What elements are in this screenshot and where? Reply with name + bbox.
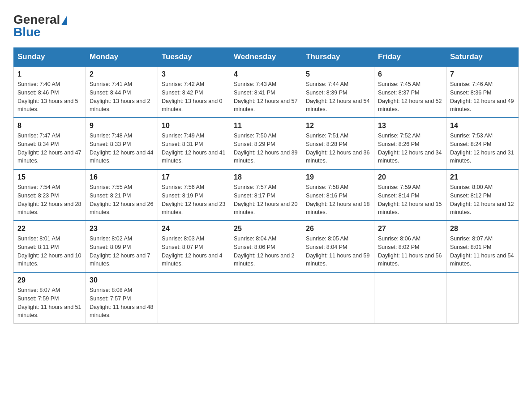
week-row-3: 15 Sunrise: 7:54 AMSunset: 8:23 PMDaylig… [14, 169, 519, 221]
day-info: Sunrise: 7:55 AMSunset: 8:21 PMDaylight:… [90, 184, 153, 215]
day-info: Sunrise: 7:48 AMSunset: 8:33 PMDaylight:… [90, 133, 153, 164]
day-number: 20 [378, 173, 442, 181]
day-info: Sunrise: 7:42 AMSunset: 8:42 PMDaylight:… [162, 81, 223, 112]
day-number: 9 [90, 122, 154, 130]
day-number: 27 [378, 225, 442, 233]
calendar-cell: 25 Sunrise: 8:04 AMSunset: 8:06 PMDaylig… [230, 221, 302, 272]
day-number: 14 [450, 122, 515, 130]
calendar-cell: 30 Sunrise: 8:08 AMSunset: 7:57 PMDaylig… [86, 272, 158, 324]
weekday-header-row: SundayMondayTuesdayWednesdayThursdayFrid… [14, 48, 519, 67]
day-number: 15 [17, 173, 82, 181]
day-info: Sunrise: 8:05 AMSunset: 8:04 PMDaylight:… [306, 235, 369, 267]
day-number: 22 [17, 225, 82, 233]
weekday-header-saturday: Saturday [446, 48, 519, 67]
calendar-cell: 11 Sunrise: 7:50 AMSunset: 8:29 PMDaylig… [230, 118, 302, 169]
calendar-cell: 19 Sunrise: 7:58 AMSunset: 8:16 PMDaylig… [302, 169, 374, 221]
day-info: Sunrise: 8:02 AMSunset: 8:09 PMDaylight:… [90, 235, 150, 267]
day-number: 8 [17, 122, 82, 130]
day-info: Sunrise: 7:50 AMSunset: 8:29 PMDaylight:… [234, 133, 297, 164]
calendar-cell: 26 Sunrise: 8:05 AMSunset: 8:04 PMDaylig… [302, 221, 374, 272]
calendar-cell: 5 Sunrise: 7:44 AMSunset: 8:39 PMDayligh… [302, 66, 374, 118]
calendar-cell: 24 Sunrise: 8:03 AMSunset: 8:07 PMDaylig… [158, 221, 230, 272]
calendar-cell: 6 Sunrise: 7:45 AMSunset: 8:37 PMDayligh… [374, 66, 446, 118]
logo-general-text: General [13, 13, 67, 26]
day-info: Sunrise: 7:44 AMSunset: 8:39 PMDaylight:… [306, 81, 369, 112]
day-info: Sunrise: 7:51 AMSunset: 8:28 PMDaylight:… [306, 133, 369, 164]
page-header: General Blue [13, 13, 519, 39]
logo-blue-text: Blue [13, 26, 41, 39]
day-info: Sunrise: 7:56 AMSunset: 8:19 PMDaylight:… [162, 184, 225, 215]
weekday-header-tuesday: Tuesday [158, 48, 230, 67]
day-info: Sunrise: 7:46 AMSunset: 8:36 PMDaylight:… [450, 81, 514, 112]
day-number: 28 [450, 225, 515, 233]
week-row-5: 29 Sunrise: 8:07 AMSunset: 7:59 PMDaylig… [14, 272, 519, 324]
calendar-cell: 3 Sunrise: 7:42 AMSunset: 8:42 PMDayligh… [158, 66, 230, 118]
day-number: 29 [17, 276, 82, 284]
weekday-header-sunday: Sunday [14, 48, 86, 67]
day-info: Sunrise: 8:06 AMSunset: 8:02 PMDaylight:… [378, 235, 442, 267]
day-number: 23 [90, 225, 154, 233]
day-number: 21 [450, 173, 515, 181]
calendar-cell [230, 272, 302, 324]
day-info: Sunrise: 8:07 AMSunset: 8:01 PMDaylight:… [450, 235, 514, 267]
calendar-cell [446, 272, 519, 324]
day-number: 30 [90, 276, 154, 284]
calendar-cell: 16 Sunrise: 7:55 AMSunset: 8:21 PMDaylig… [86, 169, 158, 221]
week-row-2: 8 Sunrise: 7:47 AMSunset: 8:34 PMDayligh… [14, 118, 519, 169]
calendar-cell: 9 Sunrise: 7:48 AMSunset: 8:33 PMDayligh… [86, 118, 158, 169]
calendar-cell: 21 Sunrise: 8:00 AMSunset: 8:12 PMDaylig… [446, 169, 519, 221]
day-number: 17 [162, 173, 226, 181]
day-number: 19 [306, 173, 370, 181]
weekday-header-monday: Monday [86, 48, 158, 67]
calendar-cell: 20 Sunrise: 7:59 AMSunset: 8:14 PMDaylig… [374, 169, 446, 221]
calendar-cell: 2 Sunrise: 7:41 AMSunset: 8:44 PMDayligh… [86, 66, 158, 118]
day-number: 12 [306, 122, 370, 130]
weekday-header-thursday: Thursday [302, 48, 374, 67]
logo: General Blue [13, 13, 67, 39]
calendar-cell: 10 Sunrise: 7:49 AMSunset: 8:31 PMDaylig… [158, 118, 230, 169]
day-info: Sunrise: 8:01 AMSunset: 8:11 PMDaylight:… [17, 235, 81, 267]
day-number: 7 [450, 70, 515, 78]
day-info: Sunrise: 7:57 AMSunset: 8:17 PMDaylight:… [234, 184, 297, 215]
day-info: Sunrise: 7:47 AMSunset: 8:34 PMDaylight:… [17, 133, 81, 164]
day-number: 6 [378, 70, 442, 78]
day-number: 18 [234, 173, 298, 181]
day-info: Sunrise: 7:53 AMSunset: 8:24 PMDaylight:… [450, 133, 514, 164]
day-info: Sunrise: 7:40 AMSunset: 8:46 PMDaylight:… [17, 81, 78, 112]
weekday-header-wednesday: Wednesday [230, 48, 302, 67]
day-info: Sunrise: 8:07 AMSunset: 7:59 PMDaylight:… [17, 287, 81, 318]
week-row-1: 1 Sunrise: 7:40 AMSunset: 8:46 PMDayligh… [14, 66, 519, 118]
day-info: Sunrise: 7:43 AMSunset: 8:41 PMDaylight:… [234, 81, 297, 112]
calendar-cell: 13 Sunrise: 7:52 AMSunset: 8:26 PMDaylig… [374, 118, 446, 169]
week-row-4: 22 Sunrise: 8:01 AMSunset: 8:11 PMDaylig… [14, 221, 519, 272]
calendar-cell: 14 Sunrise: 7:53 AMSunset: 8:24 PMDaylig… [446, 118, 519, 169]
calendar-cell [158, 272, 230, 324]
calendar-cell: 29 Sunrise: 8:07 AMSunset: 7:59 PMDaylig… [14, 272, 86, 324]
day-number: 26 [306, 225, 370, 233]
calendar-cell: 12 Sunrise: 7:51 AMSunset: 8:28 PMDaylig… [302, 118, 374, 169]
calendar-cell: 17 Sunrise: 7:56 AMSunset: 8:19 PMDaylig… [158, 169, 230, 221]
day-info: Sunrise: 7:52 AMSunset: 8:26 PMDaylight:… [378, 133, 442, 164]
calendar-cell: 27 Sunrise: 8:06 AMSunset: 8:02 PMDaylig… [374, 221, 446, 272]
day-number: 13 [378, 122, 442, 130]
day-info: Sunrise: 7:58 AMSunset: 8:16 PMDaylight:… [306, 184, 369, 215]
day-number: 2 [90, 70, 154, 78]
calendar-cell: 23 Sunrise: 8:02 AMSunset: 8:09 PMDaylig… [86, 221, 158, 272]
calendar-cell: 22 Sunrise: 8:01 AMSunset: 8:11 PMDaylig… [14, 221, 86, 272]
day-number: 3 [162, 70, 226, 78]
day-info: Sunrise: 8:03 AMSunset: 8:07 PMDaylight:… [162, 235, 223, 267]
day-number: 25 [234, 225, 298, 233]
day-number: 5 [306, 70, 370, 78]
day-info: Sunrise: 7:54 AMSunset: 8:23 PMDaylight:… [17, 184, 81, 215]
calendar-cell: 7 Sunrise: 7:46 AMSunset: 8:36 PMDayligh… [446, 66, 519, 118]
calendar-cell [374, 272, 446, 324]
day-number: 1 [17, 70, 82, 78]
calendar-cell: 15 Sunrise: 7:54 AMSunset: 8:23 PMDaylig… [14, 169, 86, 221]
day-number: 4 [234, 70, 298, 78]
day-info: Sunrise: 7:59 AMSunset: 8:14 PMDaylight:… [378, 184, 442, 215]
calendar-cell: 28 Sunrise: 8:07 AMSunset: 8:01 PMDaylig… [446, 221, 519, 272]
calendar-cell: 1 Sunrise: 7:40 AMSunset: 8:46 PMDayligh… [14, 66, 86, 118]
day-info: Sunrise: 8:00 AMSunset: 8:12 PMDaylight:… [450, 184, 514, 215]
calendar-table: SundayMondayTuesdayWednesdayThursdayFrid… [13, 47, 519, 324]
weekday-header-friday: Friday [374, 48, 446, 67]
